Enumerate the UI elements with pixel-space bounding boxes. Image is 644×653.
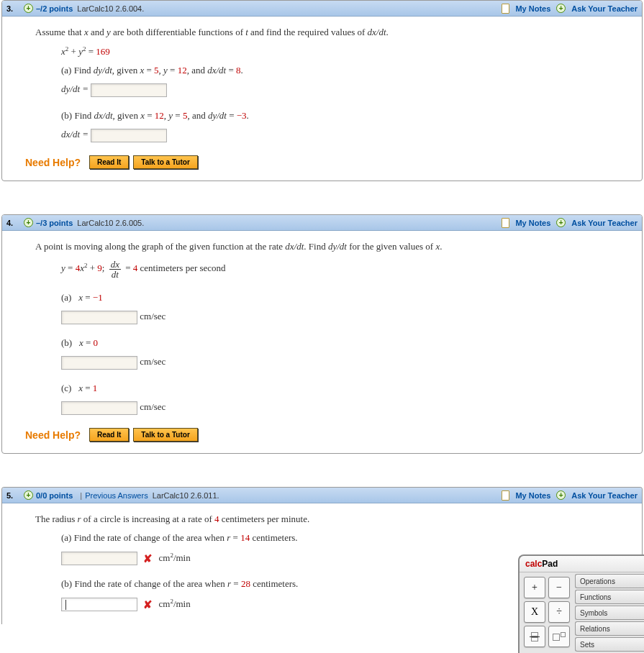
part-b-answer: cm/sec <box>61 356 633 370</box>
ask-teacher-link[interactable]: Ask Your Teacher <box>571 491 638 500</box>
need-help-label: Need Help? <box>25 157 81 168</box>
wrong-icon: ✘ <box>143 598 153 611</box>
part-a-text: (a) Find the rate of change of the area … <box>61 532 633 544</box>
ask-teacher-link[interactable]: Ask Your Teacher <box>571 219 638 227</box>
points-label[interactable]: –/2 points <box>36 4 73 13</box>
notes-icon[interactable] <box>502 4 509 14</box>
calcpad-panel: calcPad + − X ÷ Operations Functions Sym… <box>518 554 644 653</box>
part-a-text: (a) Find dy/dt, given x = 5, y = 12, and… <box>61 65 633 76</box>
part-b-label: (b) x = 0 <box>61 337 633 349</box>
read-it-button[interactable]: Read It <box>89 428 129 442</box>
answer-input-4c[interactable] <box>61 401 137 415</box>
equation: x2 + y2 = 169 <box>61 45 633 58</box>
unit-label: cm/sec <box>140 357 165 367</box>
part-b-answer: dx/dt = <box>61 129 633 142</box>
prompt-text: A point is moving along the graph of the… <box>35 241 633 252</box>
tab-symbols[interactable]: Symbols <box>575 606 644 620</box>
part-a-label: (a) x = −1 <box>61 292 633 303</box>
text-cursor <box>65 600 66 610</box>
talk-tutor-button[interactable]: Talk to a Tutor <box>133 428 197 442</box>
help-row: Need Help? Read It Talk to a Tutor <box>25 428 633 442</box>
wrong-icon: ✘ <box>143 552 153 565</box>
notes-icon[interactable] <box>502 490 509 501</box>
op-fraction-button[interactable] <box>524 626 545 647</box>
previous-answers-link[interactable]: Previous Answers <box>85 491 148 500</box>
need-help-label: Need Help? <box>25 429 81 441</box>
plus-icon[interactable]: + <box>556 218 566 227</box>
answer-input-5b[interactable] <box>61 598 137 611</box>
question-body: Assume that x and y are both differentia… <box>2 17 642 181</box>
help-row: Need Help? Read It Talk to a Tutor <box>25 155 633 169</box>
unit-label: cm2/min <box>159 552 191 563</box>
answer-input-5a[interactable] <box>61 552 137 565</box>
exponent-icon <box>553 632 566 641</box>
answer-input-4b[interactable] <box>61 356 137 370</box>
source-ref: LarCalc10 2.6.011. <box>153 491 219 500</box>
part-c-answer: cm/sec <box>61 401 633 415</box>
question-header: 5. + 0/0 points | Previous Answers LarCa… <box>2 488 642 503</box>
calcpad-operators: + − X ÷ <box>520 572 573 653</box>
question-3: 3. + –/2 points LarCalc10 2.6.004. My No… <box>1 0 643 181</box>
op-exponent-button[interactable] <box>548 626 570 647</box>
question-number: 3. <box>6 4 19 13</box>
part-b-text: (b) Find dx/dt, given x = 12, y = 5, and… <box>61 110 633 122</box>
expand-icon[interactable]: + <box>24 218 33 227</box>
plus-icon[interactable]: + <box>556 490 566 500</box>
tab-relations[interactable]: Relations <box>575 621 644 636</box>
tab-functions[interactable]: Functions <box>575 590 644 604</box>
talk-tutor-button[interactable]: Talk to a Tutor <box>133 155 197 169</box>
prompt-text: Assume that x and y are both differentia… <box>35 27 633 38</box>
equation: y = 4x2 + 9; dxdt = 4 centimeters per se… <box>61 260 633 279</box>
source-ref: LarCalc10 2.6.004. <box>77 4 144 13</box>
question-header: 3. + –/2 points LarCalc10 2.6.004. My No… <box>2 1 642 17</box>
unit-label: cm/sec <box>140 402 165 413</box>
op-minus-button[interactable]: − <box>548 577 570 598</box>
my-notes-link[interactable]: My Notes <box>515 4 550 13</box>
points-label[interactable]: –/3 points <box>36 219 73 227</box>
op-plus-button[interactable]: + <box>524 577 545 598</box>
part-a-answer: dy/dt = <box>61 83 633 97</box>
unit-label: cm/sec <box>140 311 165 322</box>
question-number: 4. <box>6 219 19 227</box>
calcpad-title: calcPad <box>520 556 644 572</box>
prompt-text: The radius r of a circle is increasing a… <box>35 513 633 525</box>
unit-label: cm2/min <box>159 598 191 609</box>
question-number: 5. <box>6 491 19 500</box>
fraction-icon <box>530 632 540 641</box>
calcpad-tabs: Operations Functions Symbols Relations S… <box>573 572 644 653</box>
part-a-answer: cm/sec <box>61 311 633 324</box>
my-notes-link[interactable]: My Notes <box>515 491 550 500</box>
answer-input-3b[interactable] <box>91 129 167 142</box>
question-body: A point is moving along the graph of the… <box>2 231 642 453</box>
my-notes-link[interactable]: My Notes <box>515 219 550 227</box>
tab-sets[interactable]: Sets <box>575 637 644 652</box>
ask-teacher-link[interactable]: Ask Your Teacher <box>571 4 638 13</box>
points-label[interactable]: 0/0 points <box>36 491 73 500</box>
op-divide-button[interactable]: ÷ <box>548 601 570 623</box>
expand-icon[interactable]: + <box>24 490 33 500</box>
part-c-label: (c) x = 1 <box>61 383 633 394</box>
answer-input-4a[interactable] <box>61 311 137 324</box>
answer-input-3a[interactable] <box>91 83 167 97</box>
plus-icon[interactable]: + <box>556 4 566 13</box>
question-header: 4. + –/3 points LarCalc10 2.6.005. My No… <box>2 215 642 231</box>
notes-icon[interactable] <box>502 218 509 228</box>
question-4: 4. + –/3 points LarCalc10 2.6.005. My No… <box>1 214 643 454</box>
tab-operations[interactable]: Operations <box>575 574 644 588</box>
source-ref: LarCalc10 2.6.005. <box>77 219 144 227</box>
read-it-button[interactable]: Read It <box>89 155 129 169</box>
expand-icon[interactable]: + <box>24 4 33 13</box>
op-times-button[interactable]: X <box>524 601 545 623</box>
